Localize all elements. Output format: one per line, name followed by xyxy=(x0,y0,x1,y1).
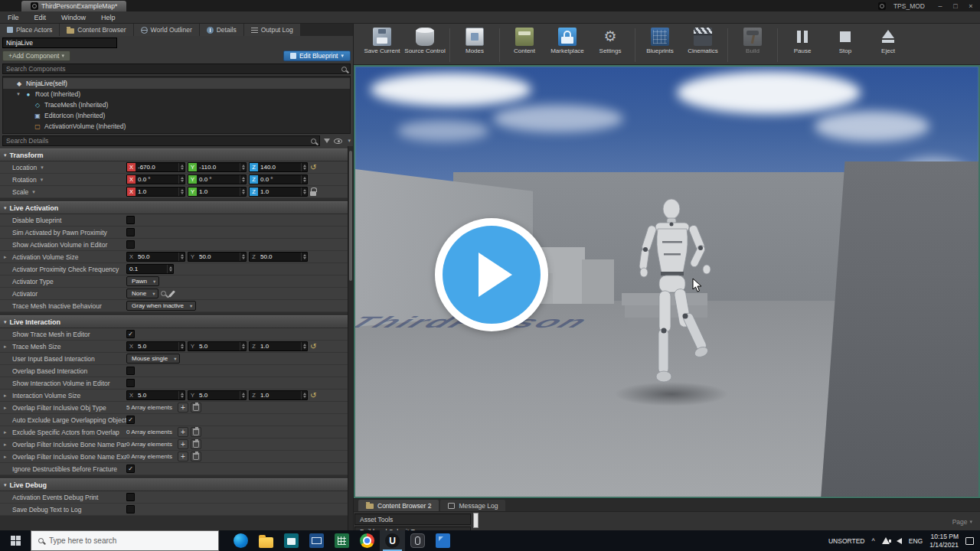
minimize-icon[interactable]: – xyxy=(933,2,948,10)
tab-output-log[interactable]: Output Log xyxy=(244,24,300,36)
checkbox[interactable] xyxy=(126,505,135,514)
add-element-button[interactable]: + xyxy=(178,403,188,412)
menu-file[interactable]: File xyxy=(8,14,19,21)
asset-tools-menu[interactable]: Asset Tools xyxy=(354,514,471,525)
vector-y-field[interactable]: Y50.0 xyxy=(188,252,247,262)
video-play-button[interactable] xyxy=(435,218,548,331)
checkbox[interactable] xyxy=(126,228,135,236)
close-icon[interactable]: × xyxy=(963,2,978,10)
spinner-arrows[interactable] xyxy=(178,175,185,184)
actor-name-input[interactable] xyxy=(2,37,117,48)
toolbar-save-current[interactable]: Save Current xyxy=(361,26,403,54)
search-details-input[interactable] xyxy=(6,137,308,145)
lock-icon[interactable] xyxy=(310,191,316,196)
tab-message-log[interactable]: Message Log xyxy=(440,500,505,511)
reset-icon[interactable]: ↺ xyxy=(310,164,316,171)
add-element-button[interactable]: + xyxy=(178,439,188,449)
expander-icon[interactable]: ▸ xyxy=(4,393,7,399)
toolbar-source-control[interactable]: Source Control xyxy=(404,26,446,54)
section-live-debug[interactable]: ▾Live Debug xyxy=(0,478,353,491)
toolbar-marketplace[interactable]: Marketplace xyxy=(547,26,588,54)
reset-icon[interactable]: ↺ xyxy=(310,392,316,399)
chevron-down-icon[interactable]: ▾ xyxy=(32,189,35,195)
taskbar-app-mail[interactable] xyxy=(304,530,329,551)
toolbar-eject[interactable]: Eject xyxy=(867,26,909,54)
number-field[interactable]: 0.1 xyxy=(126,264,174,274)
scrollbar-thumb[interactable] xyxy=(349,151,352,281)
splitter-handle[interactable] xyxy=(473,513,479,528)
spinner-arrows[interactable] xyxy=(301,163,307,171)
chevron-down-icon[interactable]: ▾ xyxy=(41,165,44,171)
tab-world-outliner[interactable]: World Outliner xyxy=(134,24,199,36)
vector-z-field[interactable]: Z1.0 xyxy=(249,187,308,197)
vector-z-field[interactable]: Z1.0 xyxy=(249,390,308,400)
tab-details[interactable]: Details xyxy=(200,24,243,36)
taskbar-app-unreal-editor[interactable]: U xyxy=(380,530,405,551)
volume-icon[interactable] xyxy=(897,538,902,544)
search-icon[interactable] xyxy=(161,291,166,296)
vector-x-field[interactable]: X50.0 xyxy=(126,252,185,262)
add-element-button[interactable]: + xyxy=(178,452,188,461)
tree-item-root-inherited[interactable]: ▾●Root (Inherited) xyxy=(3,89,350,99)
viewport[interactable]: ThirdPerson xyxy=(354,65,980,498)
taskbar-search[interactable] xyxy=(31,530,219,551)
vector-y-field[interactable]: Y0.0 ° xyxy=(188,174,247,184)
taskbar-app-store[interactable] xyxy=(279,530,304,551)
expanded-arrow-icon[interactable]: ▾ xyxy=(15,91,21,97)
vector-z-field[interactable]: Z0.0 ° xyxy=(249,174,308,184)
spinner-arrows[interactable] xyxy=(178,391,185,399)
dropdown-trace-mesh-inactive-behaviour[interactable]: Gray when inactive▾ xyxy=(126,301,196,311)
taskbar-app-file-explorer[interactable] xyxy=(253,530,279,551)
expander-icon[interactable]: ▸ xyxy=(4,442,7,448)
hidden-icons-chevron[interactable]: ^ xyxy=(872,537,875,545)
vector-y-field[interactable]: Y5.0 xyxy=(188,390,247,400)
checkbox[interactable] xyxy=(126,367,135,375)
toolbar-pause[interactable]: Pause xyxy=(782,26,823,54)
language-indicator[interactable]: ENG xyxy=(909,537,923,545)
tree-item-editoricon-inherited[interactable]: ▣EditorIcon (Inherited) xyxy=(3,110,350,121)
delete-elements-button[interactable] xyxy=(191,403,201,412)
toolbar-stop[interactable]: Stop xyxy=(825,26,866,54)
document-tab[interactable]: ThirdPersonExampleMap* xyxy=(21,1,126,11)
section-transform[interactable]: ▾Transform xyxy=(0,148,353,161)
section-live-interaction[interactable]: ▾Live Interaction xyxy=(0,315,353,328)
notification-icon[interactable] xyxy=(965,537,974,545)
add-component-button[interactable]: +Add Component ▾ xyxy=(2,51,70,61)
vector-z-field[interactable]: Z1.0 xyxy=(249,341,308,351)
add-element-button[interactable]: + xyxy=(178,427,188,437)
vector-x-field[interactable]: X-670.0 xyxy=(126,162,185,172)
view-options-eye-icon[interactable] xyxy=(334,139,342,144)
tree-item-tracemesh-inherited[interactable]: ◇TraceMesh (Inherited) xyxy=(3,99,350,110)
edit-blueprint-button[interactable]: Edit Blueprint ▾ xyxy=(283,51,351,61)
menu-window[interactable]: Window xyxy=(61,14,86,21)
spinner-arrows[interactable] xyxy=(178,163,185,171)
tab-content-browser[interactable]: Content Browser xyxy=(60,24,132,36)
spinner-arrows[interactable] xyxy=(167,265,173,273)
start-button[interactable] xyxy=(0,530,31,551)
filter-icon[interactable] xyxy=(324,139,330,143)
expander-icon[interactable]: ▸ xyxy=(4,429,7,435)
checkbox[interactable]: ✓ xyxy=(126,465,135,473)
toolbar-content[interactable]: Content xyxy=(504,26,545,54)
spinner-arrows[interactable] xyxy=(301,253,307,261)
spinner-arrows[interactable] xyxy=(178,253,185,261)
tab-content-browser-2[interactable]: Content Browser 2 xyxy=(358,500,439,511)
taskbar-search-input[interactable] xyxy=(49,536,211,545)
delete-elements-button[interactable] xyxy=(191,427,201,437)
vector-z-field[interactable]: Z140.0 xyxy=(249,162,308,172)
spinner-arrows[interactable] xyxy=(178,187,185,196)
toolbar-cinematics[interactable]: Cinematics xyxy=(682,26,724,54)
taskbar-app-chrome[interactable] xyxy=(354,530,380,551)
search-components-box[interactable] xyxy=(2,64,351,74)
delete-elements-button[interactable] xyxy=(191,452,201,461)
checkbox[interactable]: ✓ xyxy=(126,416,135,424)
search-details-box[interactable] xyxy=(2,135,320,146)
expander-icon[interactable]: ▸ xyxy=(4,344,7,350)
spinner-arrows[interactable] xyxy=(240,391,246,399)
spinner-arrows[interactable] xyxy=(240,253,246,261)
spinner-arrows[interactable] xyxy=(301,342,307,350)
menu-help[interactable]: Help xyxy=(101,14,116,21)
vector-y-field[interactable]: Y5.0 xyxy=(188,341,247,351)
taskbar-app-vscode[interactable] xyxy=(430,530,456,551)
vector-x-field[interactable]: X0.0 ° xyxy=(126,174,185,184)
